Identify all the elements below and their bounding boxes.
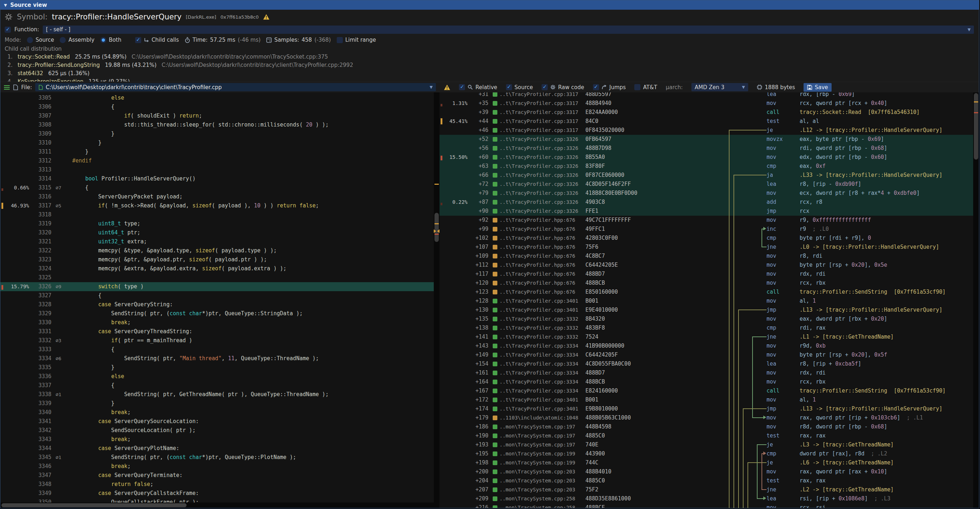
source-line[interactable]: 3334⌀6 SendString( ptr, "Main thread", 1… bbox=[0, 354, 434, 363]
source-vertical-scrollbar[interactable] bbox=[434, 92, 439, 508]
source-line[interactable]: 3318 bbox=[0, 210, 434, 219]
source-line[interactable]: 3343 break; bbox=[0, 435, 434, 444]
asm-row[interactable]: +92..t\TracyProfiler.hpp:67649C7C1FFFFFF… bbox=[439, 216, 973, 225]
source-line[interactable]: 3312#endif bbox=[0, 156, 434, 165]
source-line[interactable]: 3344 case ServerQueryPlotName: bbox=[0, 444, 434, 453]
asm-row[interactable]: +63..t\TracyProfiler.cpp:332683F80Fcmpea… bbox=[439, 162, 973, 171]
assembly-vertical-scrollbar[interactable] bbox=[973, 92, 979, 508]
asm-row[interactable]: +174..t\TracyProfiler.cpp:3401E9B8010000… bbox=[439, 404, 973, 414]
relative-checkbox[interactable]: Relative bbox=[459, 84, 497, 91]
source-line[interactable]: 3308 std::this_thread::sleep_for( std::c… bbox=[0, 121, 434, 129]
asm-row[interactable]: +209..mon\TracySystem.cpp:258488D35E8861… bbox=[439, 494, 973, 503]
source-line[interactable]: 3333 { bbox=[0, 345, 434, 354]
asm-row[interactable]: 15.50%+60..t\TracyProfiler.cpp:33268B55A… bbox=[439, 153, 973, 162]
mode-radio-source[interactable]: Source bbox=[27, 37, 54, 43]
source-line[interactable]: 3321 uint32_t extra; bbox=[0, 237, 434, 246]
asm-row[interactable]: 45.41%+44..t\TracyProfiler.cpp:331784C0t… bbox=[439, 117, 973, 126]
source-line[interactable]: 3314 bool Profiler::HandleServerQuery() bbox=[0, 174, 434, 183]
asm-row[interactable]: +31..t\TracyProfiler.cpp:3317488D5597lea… bbox=[439, 92, 973, 99]
source-line[interactable]: 3327 { bbox=[0, 291, 434, 300]
function-checkbox[interactable] bbox=[5, 27, 11, 33]
source-line[interactable]: 3336 else bbox=[0, 372, 434, 381]
asm-row[interactable]: +128..t\TracyProfiler.cpp:3401B001moval,… bbox=[439, 297, 973, 305]
asm-row[interactable]: +138..t\TracyProfiler.cpp:3332483BF8cmpr… bbox=[439, 323, 973, 332]
source-line[interactable]: 3329 SendString( ptr, (const char*)ptr, … bbox=[0, 309, 434, 318]
function-combo[interactable]: [ - self - ] ▼ bbox=[43, 25, 974, 34]
asm-row[interactable]: +135..t\TracyProfiler.cpp:33328B4320move… bbox=[439, 315, 973, 323]
source-line[interactable]: 3337 { bbox=[0, 381, 434, 390]
source-line[interactable]: 3330 break; bbox=[0, 318, 434, 327]
source-line[interactable]: 15.79%3326⌀9 switch( type ) bbox=[0, 282, 434, 291]
asm-row[interactable]: +123..t\TracyProfiler.hpp:676E850160000c… bbox=[439, 288, 973, 297]
source-line[interactable]: 3345⌀1 SendString( ptr, (const char*)ptr… bbox=[0, 453, 434, 462]
asm-row[interactable]: +130..t\TracyProfiler.cpp:3401E9E4010000… bbox=[439, 305, 973, 315]
asm-row[interactable]: +164..t\TracyProfiler.cpp:3334488BCBmovr… bbox=[439, 377, 973, 387]
asm-row[interactable]: +109..t\TracyProfiler.hpp:6764C8BC7movr8… bbox=[439, 251, 973, 261]
asm-row[interactable]: +112..t\TracyProfiler.hpp:676C64424205Em… bbox=[439, 261, 973, 270]
source-line[interactable]: 3339 } bbox=[0, 399, 434, 408]
asm-row[interactable]: +79..t\TracyProfiler.cpp:3326418B8C80E0B… bbox=[439, 189, 973, 198]
source-horizontal-scrollbar[interactable] bbox=[0, 503, 434, 508]
asm-row[interactable]: +107..t\TracyProfiler.hpp:67675F6jne.L0 … bbox=[439, 243, 973, 251]
child-call-item[interactable]: 1.tracy::Socket::Read25.25 ms (54.89%)C:… bbox=[5, 53, 975, 61]
mode-radio-both[interactable]: Both bbox=[100, 37, 121, 43]
source-line[interactable]: 3332⌀3 if( ptr == m_mainThread ) bbox=[0, 336, 434, 345]
att-checkbox[interactable]: AT&T bbox=[634, 84, 657, 91]
asm-row[interactable]: +72..t\TracyProfiler.cpp:33264C8D05F146F… bbox=[439, 180, 973, 189]
limit-range-checkbox[interactable]: Limit range bbox=[337, 37, 376, 43]
asm-row[interactable]: 1.31%+35..t\TracyProfiler.cpp:3317488B49… bbox=[439, 99, 973, 108]
asm-row[interactable]: +216..mon\TracySystem.cpp:258488BCEmovrc… bbox=[439, 503, 973, 508]
window-titlebar[interactable]: ▼ Source view bbox=[0, 0, 979, 10]
child-call-item[interactable]: 4.KeSynchronizeExecution125 μs (0.27%) bbox=[5, 78, 975, 81]
uarch-combo[interactable]: AMD Zen 3 ▼ bbox=[691, 83, 748, 91]
source-line[interactable]: 3320 uint64_t ptr; bbox=[0, 228, 434, 237]
source-line[interactable]: 3305 else bbox=[0, 94, 434, 102]
asm-row[interactable]: +90..t\TracyProfiler.cpp:3326FFE1jmprcx bbox=[439, 207, 973, 216]
scrollbar-thumb[interactable] bbox=[2, 503, 186, 507]
asm-row[interactable]: +161..t\TracyProfiler.cpp:3334488BD7movr… bbox=[439, 369, 973, 377]
source-line[interactable]: 3316 ServerQueryPacket payload; bbox=[0, 192, 434, 201]
asm-row[interactable]: +198..mon\TracySystem.cpp:199744Cje.L6 -… bbox=[439, 458, 973, 467]
source-line[interactable]: 3328 case ServerQueryString: bbox=[0, 300, 434, 309]
child-call-item[interactable]: 2.tracy::Profiler::SendLongString19.88 m… bbox=[5, 61, 975, 69]
asm-row[interactable]: +39..t\TracyProfiler.cpp:3317E824AA0000c… bbox=[439, 108, 973, 117]
source-line[interactable]: 3340 break; bbox=[0, 408, 434, 417]
scrollbar-thumb[interactable] bbox=[434, 213, 439, 242]
asm-row[interactable]: +46..t\TracyProfiler.cpp:33170F843502000… bbox=[439, 126, 973, 135]
child-calls-checkbox[interactable]: Child calls bbox=[135, 37, 179, 43]
asm-row[interactable]: +167..t\TracyProfiler.cpp:3334E824160000… bbox=[439, 387, 973, 395]
source-line[interactable]: 3335 } bbox=[0, 363, 434, 372]
source-line[interactable]: 3313 bbox=[0, 165, 434, 174]
source-checkbox[interactable]: Source bbox=[506, 84, 533, 91]
asm-row[interactable]: +190..mon\TracySystem.cpp:1974885C0testr… bbox=[439, 431, 973, 441]
asm-row[interactable]: +56..t\TracyProfiler.cpp:3326488B7D98mov… bbox=[439, 144, 973, 153]
source-line[interactable]: 3347 case ServerQueryTerminate: bbox=[0, 471, 434, 480]
source-line[interactable]: 3342 SendSourceLocation( ptr ); bbox=[0, 426, 434, 435]
source-line[interactable]: 0.66%3315⌀7 { bbox=[0, 183, 434, 192]
scrollbar-thumb[interactable] bbox=[974, 93, 978, 160]
asm-row[interactable]: +66..t\TracyProfiler.cpp:33260F87CE06000… bbox=[439, 171, 973, 180]
asm-row[interactable]: +172..t\TracyProfiler.cpp:3401B001moval,… bbox=[439, 395, 973, 404]
asm-row[interactable]: +207..mon\TracySystem.cpp:20375F2jne.L2 … bbox=[439, 485, 973, 494]
asm-row[interactable]: +120..t\TracyProfiler.hpp:676488BCBmovrc… bbox=[439, 278, 973, 288]
asm-row[interactable]: +52..t\TracyProfiler.cpp:33260FB64597mov… bbox=[439, 135, 973, 144]
mode-radio-assembly[interactable]: Assembly bbox=[60, 37, 94, 43]
asm-row[interactable]: 0.22%+87..t\TracyProfiler.cpp:33264903C8… bbox=[439, 198, 973, 207]
source-line[interactable]: 3309 } bbox=[0, 129, 434, 138]
source-line[interactable]: 3322 memcpy( &type, &payload.type, sizeo… bbox=[0, 246, 434, 255]
asm-row[interactable]: +193..mon\TracySystem.cpp:197740Eje.L3 -… bbox=[439, 441, 973, 449]
asm-row[interactable]: +102..t\TracyProfiler.hpp:67642803C0F00c… bbox=[439, 234, 973, 243]
source-line[interactable]: 3323 memcpy( &ptr, &payload.ptr, sizeof(… bbox=[0, 255, 434, 264]
asm-row[interactable]: +200..mon\TracySystem.cpp:203488B4010mov… bbox=[439, 467, 973, 476]
asm-row[interactable]: +179..1103\include\atomic:1048488B05B63C… bbox=[439, 414, 973, 422]
source-line[interactable]: 3325 bbox=[0, 273, 434, 282]
list-icon[interactable] bbox=[4, 85, 10, 90]
asm-row[interactable]: +117..t\TracyProfiler.hpp:676488BD7movrd… bbox=[439, 270, 973, 278]
asm-row[interactable]: +141..t\TracyProfiler.cpp:33327524jne.L1… bbox=[439, 332, 973, 342]
asm-row[interactable]: +195..mon\TracySystem.cpp:199443900cmpdw… bbox=[439, 449, 973, 458]
source-line[interactable]: 3348 return false; bbox=[0, 480, 434, 489]
asm-row[interactable]: +99..t\TracyProfiler.hpp:67649FFC1incr9 … bbox=[439, 225, 973, 234]
source-line[interactable]: 3307 if( shouldExit ) return; bbox=[0, 111, 434, 121]
source-line[interactable]: 3349 case ServerQueryCallstackFrame: bbox=[0, 489, 434, 498]
file-combo[interactable]: C:\Users\wolf\Desktop\darkrl\contrib\tra… bbox=[35, 83, 436, 91]
